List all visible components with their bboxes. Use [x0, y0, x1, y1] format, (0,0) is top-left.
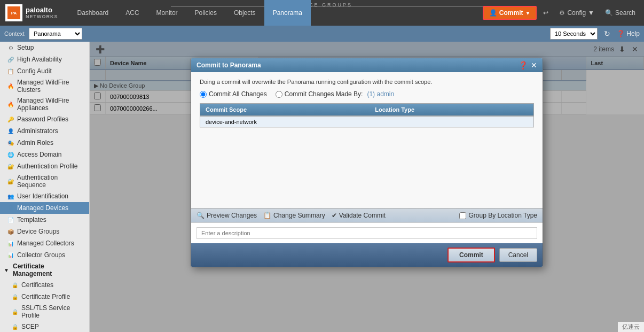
group-by-location: Group By Location Type — [459, 212, 537, 219]
scope-col-header: Commit Scope — [200, 104, 370, 116]
sidebar-item-config-audit[interactable]: 📋 Config Audit — [0, 65, 89, 77]
sidebar-item-certificates[interactable]: 🔒 Certificates — [0, 279, 89, 291]
group-by-location-checkbox[interactable] — [459, 212, 466, 219]
commit-modal: Commit to Panorama ❓ ✕ Doing a commit wi… — [191, 58, 543, 267]
commit-icon: 👤 — [489, 9, 497, 17]
nav-tab-monitor[interactable]: Monitor — [148, 0, 186, 26]
wildfire-icon: 🔥 — [6, 82, 15, 90]
logo-icon: PA — [7, 6, 20, 19]
collectors-icon: 📊 — [6, 239, 15, 248]
radio-by-user[interactable]: Commit Changes Made By: (1) admin — [276, 90, 394, 98]
modal-header-actions: ❓ ✕ — [519, 61, 537, 69]
sidebar-item-admin-roles[interactable]: 🎭 Admin Roles — [0, 137, 89, 149]
nav-tabs: Dashboard ACC Monitor Policies Objects P… — [69, 0, 311, 26]
audit-icon: 📋 — [6, 67, 15, 75]
sidebar-item-auth-profile[interactable]: 🔐 Authentication Profile — [0, 160, 89, 172]
radio-all-changes[interactable]: Commit All Changes — [200, 90, 267, 98]
sidebar-item-managed-collectors[interactable]: 📊 Managed Collectors — [0, 237, 89, 249]
sidebar-item-password[interactable]: 🔑 Password Profiles — [0, 113, 89, 125]
modal-help-button[interactable]: ❓ — [519, 61, 528, 69]
config-button[interactable]: ⚙ Config ▼ — [555, 7, 599, 19]
sidebar-item-device-groups[interactable]: 📦 Device Groups — [0, 226, 89, 237]
cert-profile-icon: 🔒 — [11, 292, 19, 301]
logo-subtext: NETWORKS — [26, 14, 58, 20]
sidebar-item-managed-devices[interactable]: 🖥 Managed Devices — [0, 202, 89, 214]
context-toolbar: Context Panorama 10 Seconds ↻ ❓ Help — [0, 26, 644, 42]
nav-tab-objects[interactable]: Objects — [225, 0, 264, 26]
sidebar-item-templates[interactable]: 📄 Templates — [0, 214, 89, 226]
commit-scope-data-table: device-and-network — [200, 116, 534, 128]
refresh-interval-select[interactable]: 10 Seconds — [550, 28, 598, 40]
modal-title: Commit to Panorama — [197, 61, 261, 69]
sidebar-item-collector-groups[interactable]: 📊 Collector Groups — [0, 249, 89, 261]
sidebar-item-wildfire-clusters[interactable]: 🔥 Managed WildFire Clusters — [0, 77, 89, 95]
device-groups-line-right — [342, 6, 494, 7]
sidebar-item-auth-sequence[interactable]: 🔐 Authentication Sequence — [0, 172, 89, 190]
auth-icon: 🔐 — [6, 162, 15, 171]
nav-tab-acc[interactable]: ACC — [117, 0, 147, 26]
commit-button[interactable]: 👤 Commit ▼ — [483, 6, 537, 20]
modal-close-button[interactable]: ✕ — [531, 61, 537, 69]
summary-icon: 📋 — [263, 212, 271, 219]
context-label: Context — [4, 30, 25, 37]
sidebar-item-ssl-tls[interactable]: 🔒 SSL/TLS Service Profile — [0, 303, 89, 321]
cert-icon: 🔒 — [11, 281, 19, 289]
search-icon: 🔍 — [605, 9, 613, 17]
preview-changes-button[interactable]: 🔍 Preview Changes — [197, 212, 257, 219]
sidebar-item-access-domain[interactable]: 🌐 Access Domain — [0, 149, 89, 160]
commit-dropdown-arrow: ▼ — [525, 10, 530, 16]
nav-tab-policies[interactable]: Policies — [186, 0, 225, 26]
validate-commit-button[interactable]: ✔ Validate Commit — [332, 212, 386, 219]
brand-watermark: 亿速云 — [618, 322, 644, 332]
context-select[interactable]: Panorama — [29, 28, 82, 40]
modal-overlay: Commit to Panorama ❓ ✕ Doing a commit wi… — [90, 42, 644, 332]
ha-icon: 🔗 — [6, 55, 15, 64]
group-by-label: Group By Location Type — [468, 212, 537, 219]
password-icon: 🔑 — [6, 115, 15, 123]
modal-bottom-bar: Commit Cancel — [191, 243, 543, 267]
scep-icon: 🔒 — [11, 322, 19, 331]
top-right-actions: 👤 Commit ▼ ↩ ⚙ Config ▼ 🔍 Search — [483, 0, 644, 26]
scope-value: device-and-network — [200, 117, 484, 128]
search-button[interactable]: 🔍 Search — [601, 7, 640, 19]
sidebar-item-admins[interactable]: 👤 Administrators — [0, 125, 89, 137]
device-groups-icon: 📦 — [6, 227, 15, 236]
location-col-header: Location Type — [370, 104, 533, 116]
collector-groups-icon: 📊 — [6, 251, 15, 259]
sidebar-item-cert-profile[interactable]: 🔒 Certificate Profile — [0, 291, 89, 303]
description-input[interactable] — [197, 227, 537, 239]
ssl-icon: 🔒 — [11, 307, 19, 316]
radio-by-label: Commit Changes Made By: — [285, 90, 363, 98]
nav-tab-panorama[interactable]: Panorama — [264, 0, 311, 26]
sidebar: ⚙ Setup 🔗 High Availability 📋 Config Aud… — [0, 42, 90, 332]
content-area: panorama ➕ 2 items ⬇ ✕ Device Name Statu… — [90, 42, 644, 332]
sidebar-item-ha[interactable]: 🔗 High Availability — [0, 53, 89, 65]
logo-text: paloalto — [26, 6, 58, 14]
auth-seq-icon: 🔐 — [6, 177, 15, 186]
managed-devices-icon: 🖥 — [6, 204, 15, 212]
admin-icon: 👤 — [6, 127, 15, 135]
revert-button[interactable]: ↩ — [539, 7, 553, 19]
cert-mgmt-icon: ▼ — [2, 266, 11, 274]
sidebar-item-user-id[interactable]: 👥 User Identification — [0, 190, 89, 202]
refresh-button[interactable]: ↻ — [602, 29, 612, 38]
roles-icon: 🎭 — [6, 138, 15, 147]
sidebar-item-scep[interactable]: 🔒 SCEP — [0, 321, 89, 332]
domain-icon: 🌐 — [6, 150, 15, 159]
modal-commit-button[interactable]: Commit — [447, 248, 495, 262]
sidebar-item-wildfire-appliances[interactable]: 🔥 Managed WildFire Appliances — [0, 95, 89, 113]
modal-desc-area — [191, 222, 543, 243]
nav-tab-dashboard[interactable]: Dashboard — [69, 0, 117, 26]
modal-cancel-button[interactable]: Cancel — [499, 248, 537, 262]
location-value — [484, 117, 534, 128]
preview-icon: 🔍 — [197, 212, 205, 219]
top-nav-bar: PA paloalto NETWORKS DEVICE GROUPS Dashb… — [0, 0, 644, 26]
sidebar-item-setup[interactable]: ⚙ Setup — [0, 42, 89, 53]
radio-all-changes-input[interactable] — [200, 91, 207, 98]
change-summary-button[interactable]: 📋 Change Summary — [263, 212, 325, 219]
sidebar-item-cert-mgmt[interactable]: ▼ Certificate Management — [0, 261, 89, 279]
scope-row: device-and-network — [200, 117, 534, 128]
logo: PA paloalto NETWORKS — [5, 4, 58, 21]
gear-icon: ⚙ — [6, 43, 15, 52]
radio-by-input[interactable] — [276, 91, 282, 98]
